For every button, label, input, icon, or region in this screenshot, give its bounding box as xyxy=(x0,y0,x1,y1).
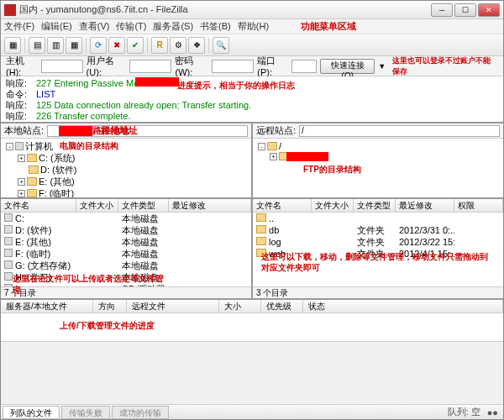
remote-list-pane: 文件名 文件大小 文件类型 最近修改 权限 .. db文件夹2012/3/31 … xyxy=(253,199,503,298)
filter-icon[interactable]: ⚙ xyxy=(170,37,186,54)
remote-status: 3 个目录 xyxy=(253,286,503,298)
app-icon xyxy=(4,4,16,16)
menu-file[interactable]: 文件(F) xyxy=(4,20,34,33)
tab-failed[interactable]: 传输失败 xyxy=(61,406,110,419)
annotation-path-remote: 路径地址 xyxy=(101,124,138,137)
search-icon[interactable]: 🔍 xyxy=(213,37,229,54)
cancel-icon[interactable]: ✔ xyxy=(127,37,144,54)
tree-node[interactable]: +E: (其他) xyxy=(4,176,248,187)
local-tree[interactable]: 电脑的目录结构 -计算机+C: (系统)D: (软件)+E: (其他)+F: (… xyxy=(1,139,251,197)
port-label: 端口(P): xyxy=(257,55,288,77)
remote-list[interactable]: .. db文件夹2012/3/31 0:... log文件夹2012/3/22 … xyxy=(253,213,503,286)
list-item[interactable]: db文件夹2012/3/31 0:... xyxy=(253,224,503,236)
tree-node[interactable]: +C: (系统) xyxy=(4,152,248,164)
local-path-label: 本地站点: xyxy=(4,124,44,137)
local-status: 7 个目录 xyxy=(1,286,251,298)
local-list-header[interactable]: 文件名 文件大小 文件类型 最近修改 xyxy=(1,199,251,213)
menu-server[interactable]: 服务器(S) xyxy=(153,20,193,33)
refresh-icon[interactable]: ⟳ xyxy=(90,37,107,54)
remote-tree[interactable]: FTP的目录结构 -/+ xyxy=(253,139,503,197)
list-item[interactable]: C:本地磁盘 xyxy=(1,213,251,224)
compare-icon[interactable]: ❖ xyxy=(188,37,205,54)
toggle-queue-icon[interactable]: ▦ xyxy=(66,37,82,54)
remote-list-header[interactable]: 文件名 文件大小 文件类型 最近修改 权限 xyxy=(253,199,503,213)
list-item[interactable]: web文件夹2012/4/1 15:... xyxy=(253,248,503,260)
annotation-remote-tree: FTP的目录结构 xyxy=(303,164,361,176)
remote-tree-pane: 远程站点: 路径地址 FTP的目录结构 -/+ xyxy=(253,123,503,197)
host-label: 主机(H): xyxy=(6,55,38,77)
pass-input[interactable] xyxy=(212,60,254,73)
list-item[interactable]: F: (临时)本地磁盘 xyxy=(1,248,251,260)
tab-success[interactable]: 成功的传输 xyxy=(112,406,169,419)
message-log: 响应:227 Entering Passive Mode命令:LIST响应:12… xyxy=(1,76,503,123)
user-input[interactable] xyxy=(129,60,171,73)
local-list-pane: 文件名 文件大小 文件类型 最近修改 C:本地磁盘 D: (软件)本地磁盘 E:… xyxy=(1,199,253,298)
tree-node[interactable]: -/ xyxy=(256,140,500,152)
bottom-bar: 列队的文件 传输失败 成功的传输 队列: 空 ●● xyxy=(1,404,503,419)
list-item[interactable]: log文件夹2012/3/22 15:... xyxy=(253,236,503,248)
menubar: 文件(F) 编辑(E) 查看(V) 传输(T) 服务器(S) 书签(B) 帮助(… xyxy=(1,19,503,34)
tree-node[interactable]: D: (软件) xyxy=(4,164,248,176)
toolbar: ▦ ▤ ▥ ▦ ⟳ ✖ ✔ R ⚙ ❖ 🔍 xyxy=(1,34,503,56)
reconnect-icon[interactable]: R xyxy=(151,37,168,54)
menu-help[interactable]: 帮助(H) xyxy=(238,20,269,33)
list-item[interactable]: .. xyxy=(253,213,503,224)
menu-transfer[interactable]: 传输(T) xyxy=(116,20,146,33)
remote-path-input[interactable] xyxy=(299,125,500,137)
indicator-icon: ●● xyxy=(487,407,498,417)
quickconnect-bar: 主机(H): 用户名(U): 密码(W): 端口(P): 快速连接(Q) ▼ 这… xyxy=(1,56,503,76)
close-button[interactable]: ✕ xyxy=(478,3,500,17)
remote-path-label: 远程站点: xyxy=(256,124,296,137)
minimize-button[interactable]: ─ xyxy=(431,3,453,17)
annotation-queue: 上传/下载管理文件的进度 xyxy=(60,320,155,332)
list-item[interactable]: D: (软件)本地磁盘 xyxy=(1,224,251,236)
user-label: 用户名(U): xyxy=(87,55,127,77)
tree-node[interactable]: +F: (临时) xyxy=(4,187,248,197)
window-title: 国内 - yumanutong@ns6.7iit.cn - FileZilla xyxy=(19,3,431,16)
pass-label: 密码(W): xyxy=(175,55,208,77)
titlebar: 国内 - yumanutong@ns6.7iit.cn - FileZilla … xyxy=(1,1,503,19)
list-item[interactable]: H: (学习)本地磁盘 xyxy=(1,271,251,283)
process-queue-icon[interactable]: ✖ xyxy=(108,37,125,54)
list-item[interactable]: E: (其他)本地磁盘 xyxy=(1,236,251,248)
sitemanager-icon[interactable]: ▦ xyxy=(4,37,21,54)
local-list[interactable]: C:本地磁盘 D: (软件)本地磁盘 E: (其他)本地磁盘 F: (临时)本地… xyxy=(1,213,251,286)
queue-pane: 服务器/本地文件 方向 远程文件 大小 优先级 状态 上传/下载管理文件的进度 xyxy=(1,300,503,342)
toggle-tree-icon[interactable]: ▥ xyxy=(47,37,64,54)
annotation-menu: 功能菜单区域 xyxy=(301,20,356,33)
queue-status: 队列: 空 xyxy=(448,406,480,418)
tab-queued[interactable]: 列队的文件 xyxy=(3,406,60,419)
quickconnect-button[interactable]: 快速连接(Q) xyxy=(320,59,375,74)
queue-header[interactable]: 服务器/本地文件 方向 远程文件 大小 优先级 状态 xyxy=(1,300,503,313)
list-item[interactable]: G: (文档存储)本地磁盘 xyxy=(1,260,251,271)
port-input[interactable] xyxy=(291,60,317,73)
toggle-log-icon[interactable]: ▤ xyxy=(29,37,45,54)
tree-node[interactable]: -计算机 xyxy=(4,140,248,152)
menu-edit[interactable]: 编辑(E) xyxy=(41,20,72,33)
annotation-login: 这里也可以登录不过账户不能保存 xyxy=(392,55,498,77)
menu-view[interactable]: 查看(V) xyxy=(79,20,110,33)
menu-bookmarks[interactable]: 书签(B) xyxy=(200,20,231,33)
maximize-button[interactable]: ☐ xyxy=(454,3,476,17)
host-input[interactable] xyxy=(41,60,83,73)
